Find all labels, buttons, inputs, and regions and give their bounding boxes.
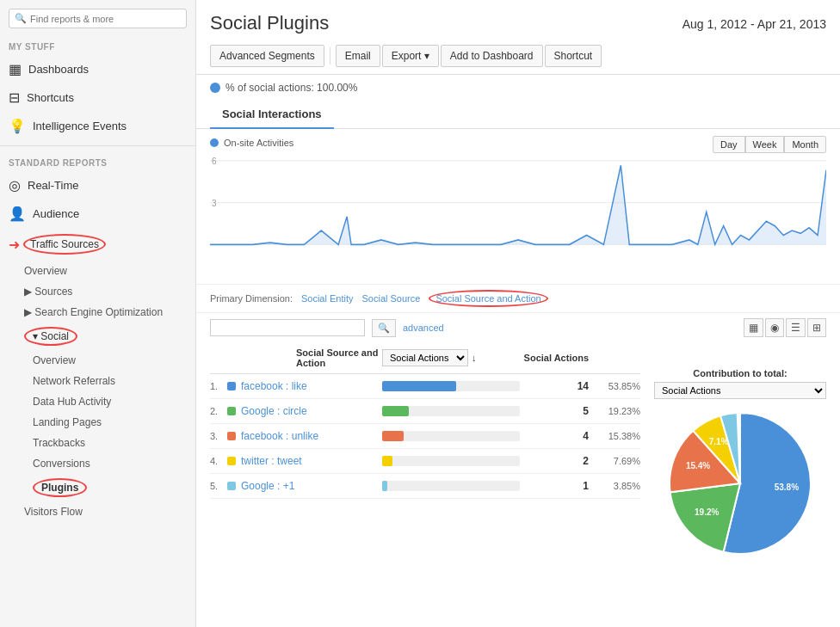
advanced-segments-button[interactable]: Advanced Segments [210,45,324,67]
day-button[interactable]: Day [713,136,745,153]
sidebar-item-visitors-flow[interactable]: Visitors Flow [0,501,195,522]
table-rows: 1. facebook : like 14 53.85% 2. Google :… [210,374,640,499]
metric-dropdown[interactable]: Social Actions [382,349,468,366]
row-bar-fill [382,406,409,416]
pie-title: Contribution to total: [654,368,826,378]
row-bar [382,481,520,491]
add-to-dashboard-button[interactable]: Add to Dashboard [441,45,543,67]
svg-text:6: 6 [212,157,217,166]
sidebar-item-network-referrals[interactable]: Network Referrals [0,371,195,391]
col-metric-header: Social Actions ↓ [382,349,520,366]
audience-icon: 👤 [9,206,26,222]
social-actions-indicator [210,83,220,93]
view-table-button[interactable]: ⊞ [807,318,826,337]
sidebar-item-landing-pages[interactable]: Landing Pages [0,412,195,433]
table-header: Social Source and Action Social Actions … [210,342,640,374]
dim-social-entity[interactable]: Social Entity [301,293,354,304]
row-bar-bg [382,431,520,441]
sidebar-item-data-hub[interactable]: Data Hub Activity [0,391,195,412]
main-header: Social Plugins Aug 1, 2012 - Apr 21, 201… [196,0,840,41]
search-input[interactable] [30,14,181,24]
dim-social-source-action[interactable]: Social Source and Action [429,290,547,307]
row-name-link[interactable]: twitter : tweet [241,455,382,467]
row-name-link[interactable]: facebook : like [241,380,382,392]
sidebar-item-conversions[interactable]: Conversions [0,453,195,474]
filter-input[interactable] [210,319,365,336]
row-name-link[interactable]: facebook : unlike [241,430,382,442]
filter-icons: ▦ ◉ ☰ ⊞ [744,318,826,337]
row-bar-bg [382,456,520,466]
traffic-sources-label: Traffic Sources [23,234,106,255]
week-button[interactable]: Week [745,136,785,153]
chart-container: 6 3 [210,151,826,263]
tab-social-interactions[interactable]: Social Interactions [210,101,334,129]
pie-dropdown[interactable]: Social Actions [654,382,826,399]
shortcuts-icon: ⊟ [9,89,20,106]
network-referrals-label: Network Referrals [33,375,115,387]
pie-container: 53.8%19.2%15.4%7.1% [663,406,818,561]
sidebar-item-seo[interactable]: ▶ Search Engine Optimization [0,302,195,323]
search-box[interactable]: 🔍 [9,9,187,28]
data-table: Social Source and Action Social Actions … [210,342,640,561]
filter-bar: 🔍 advanced ▦ ◉ ☰ ⊞ [196,313,840,342]
sidebar-divider-1 [0,145,195,146]
row-num: 4. [210,456,227,466]
table-row: 1. facebook : like 14 53.85% [210,374,640,399]
month-button[interactable]: Month [784,136,826,153]
row-bar-fill [382,456,392,466]
email-button[interactable]: Email [336,45,380,67]
filter-advanced-link[interactable]: advanced [403,323,444,333]
sidebar-item-realtime[interactable]: ◎ Real-Time [0,171,195,200]
page-title: Social Plugins [210,12,329,34]
row-pct: 15.38% [589,431,640,441]
intelligence-label: Intelligence Events [33,120,127,132]
realtime-icon: ◎ [9,177,21,194]
row-color-indicator [227,407,236,415]
sidebar-item-overview1[interactable]: Overview [0,261,195,281]
row-count: 2 [520,455,589,467]
svg-text:3: 3 [212,199,217,208]
tab-bar: Social Interactions [196,101,840,129]
sidebar-item-shortcuts[interactable]: ⊟ Shortcuts [0,83,195,112]
chart-legend-label: On-site Activities [224,138,293,148]
sidebar-item-dashboards[interactable]: ▦ Dashboards [0,55,195,83]
view-list-button[interactable]: ☰ [786,318,806,337]
row-name-link[interactable]: Google : circle [241,405,382,417]
table-row: 4. twitter : tweet 2 7.69% [210,449,640,474]
row-pct: 7.69% [589,456,640,466]
social-overview-label: Overview [33,354,76,366]
conversions-label: Conversions [33,458,90,470]
col-source-header: Social Source and Action [296,347,382,368]
row-name-link[interactable]: Google : +1 [241,480,382,492]
sidebar-item-social[interactable]: ▾ Social [0,323,195,350]
dashboards-icon: ▦ [9,61,22,77]
sidebar-item-traffic-sources[interactable]: ➜ Traffic Sources [0,228,195,261]
row-color-indicator [227,482,236,490]
sidebar-item-trackbacks[interactable]: Trackbacks [0,433,195,453]
filter-search-button[interactable]: 🔍 [372,319,396,337]
landing-pages-label: Landing Pages [33,416,102,428]
shortcut-button[interactable]: Shortcut [545,45,602,67]
export-button[interactable]: Export ▾ [382,45,439,67]
sidebar-item-audience[interactable]: 👤 Audience [0,200,195,228]
view-pie-button[interactable]: ◉ [765,318,784,337]
sidebar: 🔍 MY STUFF ▦ Dashboards ⊟ Shortcuts 💡 In… [0,0,196,627]
row-bar [382,406,520,416]
dim-social-source[interactable]: Social Source [362,293,421,304]
sidebar-item-intelligence[interactable]: 💡 Intelligence Events [0,112,195,140]
col-actions-header: Social Actions [520,353,589,363]
view-grid-button[interactable]: ▦ [744,318,763,337]
sidebar-item-plugins[interactable]: Plugins [0,474,195,501]
social-label: ▾ Social [24,327,77,346]
svg-marker-5 [210,165,826,244]
row-pct: 19.23% [589,406,640,416]
sort-icon[interactable]: ↓ [472,353,477,363]
row-count: 5 [520,405,589,417]
sidebar-item-social-overview[interactable]: Overview [0,350,195,371]
main-content: Social Plugins Aug 1, 2012 - Apr 21, 201… [196,0,840,627]
realtime-label: Real-Time [28,179,78,192]
row-bar-bg [382,381,520,391]
sidebar-item-sources[interactable]: ▶ Sources [0,281,195,302]
date-range: Aug 1, 2012 - Apr 21, 2013 [682,12,826,31]
toolbar-sep-1 [330,47,330,65]
